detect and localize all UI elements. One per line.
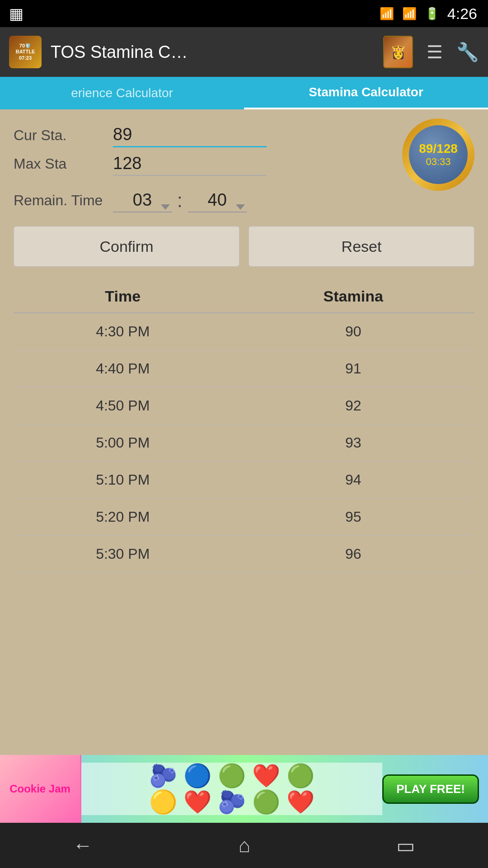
circle-outer: 89/128 03:33 [402,118,474,191]
data-table: Time Stamina 4:30 PM904:40 PM914:50 PM92… [14,280,474,573]
remain-label: Remain. Time [14,192,104,209]
table-cell-time: 5:20 PM [14,499,232,536]
cur-sta-label: Cur Sta. [14,127,104,144]
circle-inner: 89/128 03:33 [409,125,468,184]
table-cell-time: 4:50 PM [14,387,232,425]
hours-picker [113,189,172,212]
ad-banner[interactable]: Cookie Jam 🫐 🔵 🟢 ❤️ 🟢 🟡 ❤️ 🫐 🟢 ❤️ PLAY F… [0,755,488,823]
table-cell-stamina: 93 [232,425,474,462]
table-row: 4:40 PM91 [14,350,474,387]
tab-stamina[interactable]: Stamina Calculator [244,77,488,109]
table-row: 5:30 PM96 [14,536,474,573]
mins-picker [188,189,247,212]
char-icon[interactable]: 👸 [383,36,413,68]
table-cell-time: 4:30 PM [14,313,232,350]
ad-play-button[interactable]: PLAY FREE! [382,774,479,804]
col-stamina-header: Stamina [232,280,474,313]
max-sta-label: Max Sta [14,156,104,172]
back-button[interactable]: ← [73,834,93,857]
table-body: 4:30 PM904:40 PM914:50 PM925:00 PM935:10… [14,313,474,573]
app-bar: 70🛡️BATTLE07:23 TOS Stamina C… 👸 ☰ 🔧 [0,27,488,77]
table-cell-time: 5:00 PM [14,425,232,462]
mins-arrow [236,204,245,210]
table-cell-stamina: 90 [232,313,474,350]
button-row: Confirm Reset [14,226,474,267]
cur-sta-input[interactable] [113,123,267,147]
recents-button[interactable]: ▭ [396,834,415,857]
table-row: 4:50 PM92 [14,387,474,425]
circle-stamina-value: 89/128 [419,142,458,156]
wifi-icon: 📶 [380,7,394,21]
bottom-nav: ← ⌂ ▭ [0,823,488,868]
max-sta-input[interactable] [113,152,267,176]
table-cell-time: 5:30 PM [14,536,232,573]
home-button[interactable]: ⌂ [239,834,251,857]
input-section: 89/128 03:33 Cur Sta. Max Sta Remain. Ti… [14,123,474,212]
table-row: 5:20 PM95 [14,499,474,536]
status-time: 4:26 [447,5,477,23]
logo-text: 70🛡️BATTLE07:23 [16,43,35,61]
barcode-area: ▦ [9,5,23,23]
table-row: 4:30 PM90 [14,313,474,350]
app-title: TOS Stamina C… [51,42,374,62]
table-row: 5:00 PM93 [14,425,474,462]
barcode-icon: ▦ [9,5,23,23]
app-logo: 70🛡️BATTLE07:23 [9,36,42,68]
table-cell-time: 4:40 PM [14,350,232,387]
table-cell-stamina: 96 [232,536,474,573]
time-picker-group: : [113,189,474,212]
col-time-header: Time [14,280,232,313]
table-cell-stamina: 92 [232,387,474,425]
stamina-circle: 89/128 03:33 [402,118,474,191]
reset-button[interactable]: Reset [249,226,474,267]
status-bar: ▦ 📶 📶 🔋 4:26 [0,0,488,27]
hours-arrow [161,204,170,210]
main-content: 89/128 03:33 Cur Sta. Max Sta Remain. Ti… [0,109,488,573]
ad-sweets: 🫐 🔵 🟢 ❤️ 🟢 🟡 ❤️ 🫐 🟢 ❤️ [81,763,382,815]
tab-experience[interactable]: erience Calculator [0,77,244,109]
confirm-button[interactable]: Confirm [14,226,239,267]
signal-icon: 📶 [402,7,417,21]
time-colon: : [177,190,183,212]
table-cell-stamina: 94 [232,462,474,499]
battery-icon: 🔋 [425,7,439,21]
table-cell-stamina: 95 [232,499,474,536]
table-cell-stamina: 91 [232,350,474,387]
tab-bar: erience Calculator Stamina Calculator [0,77,488,109]
circle-time-value: 03:33 [426,156,450,168]
menu-icon[interactable]: ☰ [427,42,443,62]
table-cell-time: 5:10 PM [14,462,232,499]
table-row: 5:10 PM94 [14,462,474,499]
wrench-icon[interactable]: 🔧 [456,42,479,63]
remain-row: Remain. Time : [14,189,474,212]
ad-cookie-logo: Cookie Jam [0,755,81,823]
